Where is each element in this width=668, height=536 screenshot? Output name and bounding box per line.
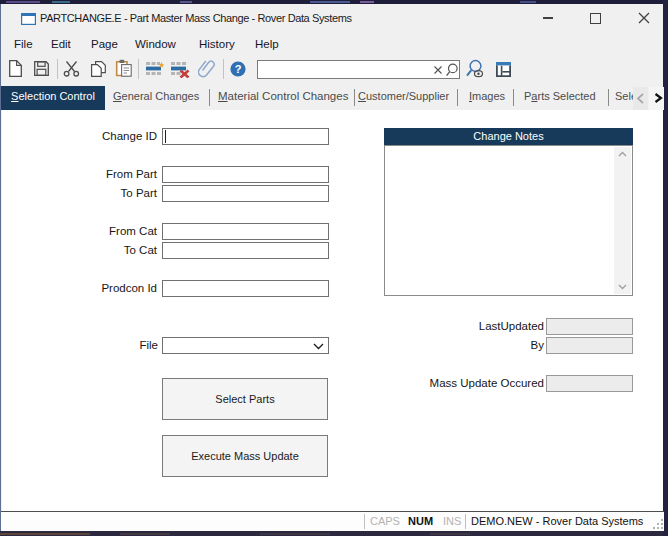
svg-text:?: ?: [235, 63, 242, 75]
